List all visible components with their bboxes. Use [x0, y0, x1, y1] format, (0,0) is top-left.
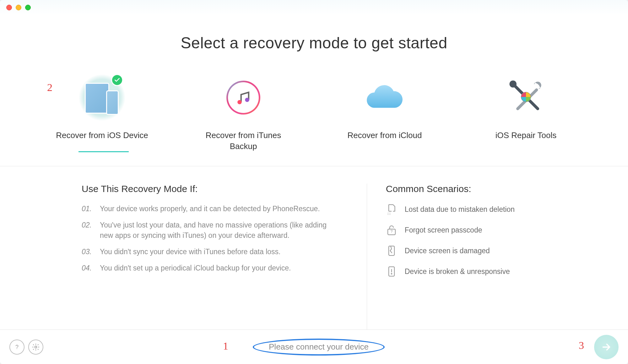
- mode-label: Recover from iTunes Backup: [192, 130, 295, 152]
- lock-icon: ?: [386, 224, 397, 236]
- repair-tools-icon: [502, 74, 550, 121]
- condition-number: 03.: [82, 247, 100, 257]
- svg-text:?: ?: [15, 344, 19, 350]
- settings-button[interactable]: [28, 340, 43, 355]
- scenarios-list: Lost data due to mistaken deletion ? For…: [386, 204, 571, 277]
- mode-label: iOS Repair Tools: [495, 130, 557, 141]
- condition-text: You didn't set up a periodical iCloud ba…: [100, 263, 291, 273]
- condition-text: You didn't sync your device with iTunes …: [100, 247, 280, 257]
- mode-ios-device[interactable]: Recover from iOS Device: [50, 74, 154, 141]
- svg-point-1: [245, 98, 249, 102]
- window-maximize-button[interactable]: [25, 5, 31, 10]
- itunes-icon: [220, 74, 267, 121]
- titlebar: [0, 0, 628, 15]
- window-minimize-button[interactable]: [16, 5, 21, 10]
- annotation-marker-1: 1: [223, 340, 228, 352]
- window-close-button[interactable]: [6, 5, 12, 10]
- mode-itunes-backup[interactable]: Recover from iTunes Backup: [192, 74, 295, 152]
- mode-details: Use This Recovery Mode If: 01. Your devi…: [0, 166, 628, 329]
- condition-number: 01.: [82, 204, 100, 214]
- help-button[interactable]: ?: [9, 340, 24, 355]
- scenario-text: Lost data due to mistaken deletion: [405, 205, 515, 214]
- traffic-lights: [6, 5, 31, 10]
- mode-label: Recover from iOS Device: [56, 130, 148, 141]
- scenario-item: ? Forgot screen passcode: [386, 224, 571, 236]
- section-divider: [0, 166, 628, 166]
- scenario-text: Forgot screen passcode: [405, 226, 482, 234]
- svg-text:?: ?: [390, 229, 392, 234]
- mode-repair-tools[interactable]: iOS Repair Tools: [474, 74, 578, 141]
- scenario-item: Lost data due to mistaken deletion: [386, 204, 571, 215]
- broken-screen-icon: [386, 245, 397, 256]
- scenarios-title: Common Scenarios:: [386, 184, 571, 194]
- ios-device-icon: [78, 74, 126, 121]
- status-area: Please connect your device: [43, 341, 594, 353]
- scenario-item: Device screen is damaged: [386, 245, 571, 256]
- app-window: Select a recovery mode to get started Re…: [0, 0, 628, 364]
- selected-mode-indicator: [78, 151, 129, 152]
- conditions-list: 01. Your device works properly, and it c…: [82, 204, 342, 273]
- scenario-text: Device is broken & unresponsive: [405, 267, 510, 276]
- mode-label: Recover from iCloud: [348, 130, 422, 141]
- scenario-text: Device screen is damaged: [405, 247, 490, 255]
- annotation-marker-3: 3: [579, 340, 584, 351]
- warning-device-icon: [386, 266, 397, 277]
- condition-item: 04. You didn't set up a periodical iClou…: [82, 263, 342, 273]
- svg-point-3: [510, 81, 517, 88]
- selected-checkmark-icon: [111, 74, 123, 86]
- scenario-item: Device is broken & unresponsive: [386, 266, 571, 277]
- svg-rect-8: [389, 246, 394, 255]
- icloud-icon: [361, 74, 408, 121]
- svg-point-11: [391, 273, 392, 274]
- condition-text: You've just lost your data, and have no …: [100, 220, 342, 240]
- conditions-title: Use This Recovery Mode If:: [82, 184, 342, 194]
- page-title: Select a recovery mode to get started: [0, 34, 628, 52]
- condition-item: 02. You've just lost your data, and have…: [82, 220, 342, 240]
- next-button[interactable]: [594, 335, 619, 359]
- condition-number: 02.: [82, 220, 100, 230]
- mode-icloud[interactable]: Recover from iCloud: [333, 74, 436, 141]
- condition-text: Your device works properly, and it can b…: [100, 204, 320, 214]
- status-text: Please connect your device: [269, 342, 369, 351]
- recovery-modes: Recover from iOS Device Recover from iTu…: [0, 74, 628, 152]
- file-lost-icon: [386, 204, 397, 215]
- svg-point-0: [237, 100, 242, 104]
- footer-bar: ? Please connect your device: [0, 329, 628, 364]
- svg-point-13: [35, 346, 37, 348]
- annotation-marker-2: 2: [47, 82, 52, 94]
- condition-item: 03. You didn't sync your device with iTu…: [82, 247, 342, 257]
- condition-item: 01. Your device works properly, and it c…: [82, 204, 342, 214]
- condition-number: 04.: [82, 263, 100, 273]
